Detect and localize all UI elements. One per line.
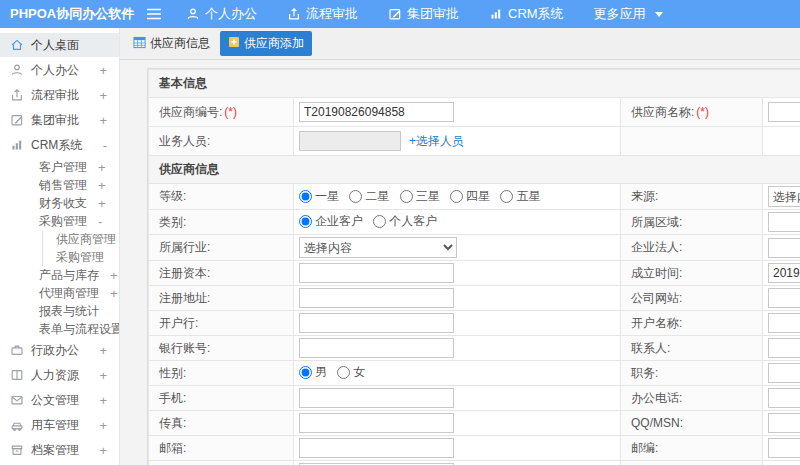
source-select[interactable]: 选择内容 <box>768 186 800 207</box>
radio-option[interactable]: 三星 <box>400 188 440 205</box>
sidebar-item-admin-office[interactable]: 行政办公 + <box>0 338 119 362</box>
sidebar-item-group-approval[interactable]: 集团审批 + <box>0 108 119 132</box>
expand-toggle[interactable]: + <box>99 63 107 78</box>
field-label: 供应商编号:(*) <box>149 98 294 127</box>
field-label: 企业法人: <box>621 235 763 261</box>
sidebar-item-reports-stats[interactable]: 报表与统计 <box>0 302 119 320</box>
industry-select[interactable]: 选择内容 <box>299 237 457 258</box>
sidebar-item-human-resources[interactable]: 人力资源 + <box>0 363 119 387</box>
expand-toggle[interactable]: + <box>98 160 106 175</box>
expand-toggle[interactable]: + <box>110 286 118 301</box>
sidebar-item-customer-mgmt[interactable]: 客户管理 + <box>0 158 119 176</box>
fax-input[interactable] <box>299 413 454 433</box>
sidebar-item-purchasing[interactable]: 采购管理 <box>42 248 119 266</box>
grade-radio[interactable] <box>349 190 362 203</box>
sidebar-item-agent-mgmt[interactable]: 代理商管理 + <box>0 284 119 302</box>
edit-icon <box>388 7 402 21</box>
field-label <box>621 127 763 156</box>
field-label: 联系人: <box>621 336 763 361</box>
expand-toggle[interactable]: + <box>110 268 118 283</box>
sidebar-item-product-inventory[interactable]: 产品与库存 + <box>0 266 119 284</box>
radio-option[interactable]: 个人客户 <box>373 213 437 230</box>
upload-icon <box>10 88 24 102</box>
mobile-input[interactable] <box>299 388 454 408</box>
sidebar-item-supplier-mgmt[interactable]: 供应商管理 <box>42 230 119 248</box>
field-label: 开户名称: <box>621 311 763 336</box>
nav-more-apps[interactable]: 更多应用 <box>594 5 663 23</box>
sidebar-item-form-flow-settings[interactable]: 表单与流程设置 + <box>0 320 119 338</box>
category-radio[interactable] <box>373 215 386 228</box>
field-label: 来源: <box>621 184 763 210</box>
sidebar-item-sales-mgmt[interactable]: 销售管理 + <box>0 176 119 194</box>
grade-radio[interactable] <box>299 190 312 203</box>
sales-person-input[interactable] <box>299 131 401 151</box>
founded-date-input[interactable] <box>768 263 800 283</box>
expand-toggle[interactable]: + <box>99 88 107 103</box>
radio-option[interactable]: 四星 <box>450 188 490 205</box>
gender-radio-group: 男 女 <box>294 361 621 386</box>
tab-supplier-add[interactable]: 供应商添加 <box>220 31 312 56</box>
expand-toggle[interactable]: + <box>98 178 106 193</box>
sidebar-item-archive-mgmt[interactable]: 档案管理 + <box>0 438 119 462</box>
collapse-toggle[interactable]: - <box>103 138 107 153</box>
supplier-name-input[interactable] <box>768 102 800 122</box>
sidebar-item-vehicle-mgmt[interactable]: 用车管理 + <box>0 413 119 437</box>
home-icon <box>10 38 24 52</box>
radio-option[interactable]: 二星 <box>349 188 389 205</box>
radio-option[interactable]: 一星 <box>299 188 339 205</box>
reg-capital-input[interactable] <box>299 263 454 283</box>
zip-input[interactable] <box>768 438 800 458</box>
sidebar-item-finance[interactable]: 财务收支 + <box>0 194 119 212</box>
field-label: 银行账号: <box>149 336 294 361</box>
legal-person-input[interactable] <box>768 238 800 258</box>
supplier-no-input[interactable] <box>299 102 454 122</box>
expand-toggle[interactable]: + <box>99 343 107 358</box>
radio-option[interactable]: 企业客户 <box>299 213 363 230</box>
radio-option[interactable]: 男 <box>299 364 327 381</box>
radio-option[interactable]: 女 <box>337 364 365 381</box>
expand-toggle[interactable]: + <box>98 196 106 211</box>
expand-toggle[interactable]: + <box>99 113 107 128</box>
topbar: PHPOA协同办公软件 个人办公 流程审批 集团审批 CRM系统 <box>0 0 800 28</box>
expand-toggle[interactable]: + <box>99 393 107 408</box>
bank-account-input[interactable] <box>299 338 454 358</box>
gender-radio[interactable] <box>337 366 350 379</box>
sidebar-item-document-mgmt[interactable]: 公文管理 + <box>0 388 119 412</box>
grade-radio[interactable] <box>400 190 413 203</box>
collapse-toggle[interactable]: - <box>98 214 102 229</box>
sidebar-item-workflow-approval[interactable]: 流程审批 + <box>0 83 119 107</box>
hamburger-menu-icon[interactable] <box>146 7 162 21</box>
office-phone-input[interactable] <box>768 388 800 408</box>
sidebar-item-crm-system[interactable]: CRM系统 - <box>0 133 119 157</box>
nav-group-approval[interactable]: 集团审批 <box>388 5 459 23</box>
position-input[interactable] <box>768 363 800 383</box>
expand-toggle[interactable]: + <box>99 443 107 458</box>
category-radio[interactable] <box>299 215 312 228</box>
nav-personal-office[interactable]: 个人办公 <box>186 5 257 23</box>
reg-address-input[interactable] <box>299 288 454 308</box>
choose-person-link[interactable]: +选择人员 <box>409 134 464 148</box>
grade-radio[interactable] <box>500 190 513 203</box>
sidebar-item-personal-desktop[interactable]: 个人桌面 <box>0 33 119 57</box>
table-grid-icon <box>133 36 146 52</box>
region-input[interactable] <box>768 212 800 232</box>
grade-radio[interactable] <box>450 190 463 203</box>
form-row: 传真: QQ/MSN: <box>149 411 800 436</box>
nav-workflow-approval[interactable]: 流程审批 <box>287 5 358 23</box>
form-row: 手机: 办公电话: <box>149 386 800 411</box>
email-input[interactable] <box>299 438 454 458</box>
expand-toggle[interactable]: + <box>99 368 107 383</box>
contact-input[interactable] <box>768 338 800 358</box>
qq-msn-input[interactable] <box>768 413 800 433</box>
sidebar-item-purchase-mgmt[interactable]: 采购管理 - <box>0 212 119 230</box>
radio-option[interactable]: 五星 <box>500 188 540 205</box>
expand-toggle[interactable]: + <box>99 418 107 433</box>
tab-supplier-info[interactable]: 供应商信息 <box>133 35 210 52</box>
account-name-input[interactable] <box>768 313 800 333</box>
sidebar-item-personal-office[interactable]: 个人办公 + <box>0 58 119 82</box>
bank-input[interactable] <box>299 313 454 333</box>
nav-crm-system[interactable]: CRM系统 <box>489 5 564 23</box>
form-row: 性别: 男 女 职务: <box>149 361 800 386</box>
website-input[interactable] <box>768 288 800 308</box>
gender-radio[interactable] <box>299 366 312 379</box>
